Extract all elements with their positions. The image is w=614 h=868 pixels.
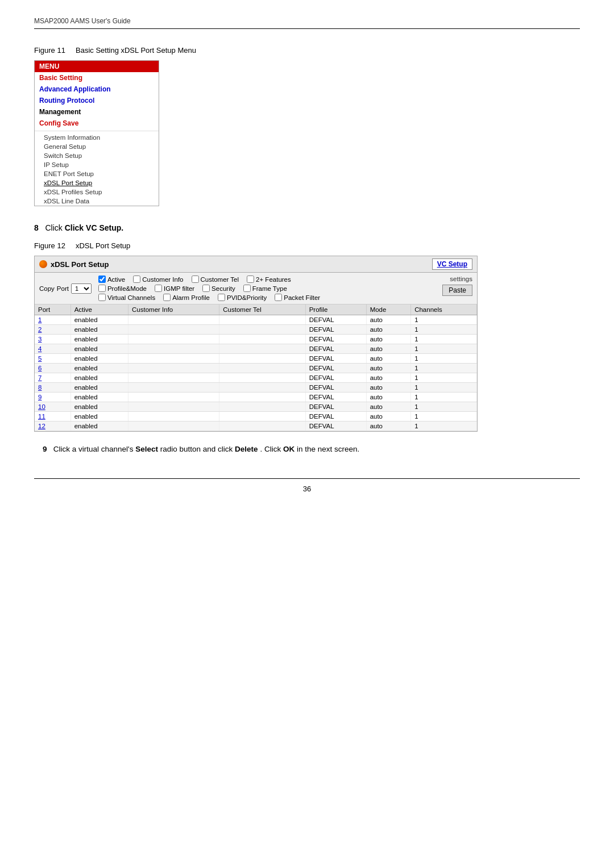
port-link[interactable]: 4 bbox=[38, 345, 42, 352]
cb-frame-type-label: Frame Type bbox=[252, 285, 287, 292]
menu-item-config-save[interactable]: Config Save bbox=[35, 118, 159, 129]
table-row: 6 enabled DEFVAL auto 1 bbox=[35, 364, 477, 373]
menu-sub-xdsl-port-setup[interactable]: xDSL Port Setup bbox=[35, 178, 159, 187]
cb-customer-info[interactable]: Customer Info bbox=[133, 276, 183, 283]
port-link[interactable]: 8 bbox=[38, 384, 42, 391]
cb-igmp-filter-input[interactable] bbox=[155, 285, 162, 292]
cb-security-input[interactable] bbox=[202, 285, 210, 292]
table-row: 5 enabled DEFVAL auto 1 bbox=[35, 354, 477, 364]
cell-port[interactable]: 10 bbox=[35, 402, 70, 412]
port-link[interactable]: 7 bbox=[38, 374, 42, 381]
xdsl-ball-icon bbox=[39, 260, 47, 268]
cb-profile-mode[interactable]: Profile&Mode bbox=[98, 285, 147, 292]
port-link[interactable]: 6 bbox=[38, 365, 42, 372]
cb-security[interactable]: Security bbox=[202, 285, 235, 292]
cell-active: enabled bbox=[70, 402, 128, 412]
cell-customer-info bbox=[128, 393, 219, 402]
paste-button[interactable]: Paste bbox=[442, 285, 472, 296]
menu-item-management[interactable]: Management bbox=[35, 106, 159, 118]
cell-mode: auto bbox=[366, 325, 411, 335]
port-link[interactable]: 5 bbox=[38, 355, 42, 362]
header-title: MSAP2000 AAMS User's Guide bbox=[34, 17, 131, 25]
menu-item-routing-protocol[interactable]: Routing Protocol bbox=[35, 95, 159, 106]
cb-frame-type[interactable]: Frame Type bbox=[243, 285, 287, 292]
figure11-label: Figure 11 Basic Setting xDSL Port Setup … bbox=[34, 46, 580, 55]
cb-row3: Virtual Channels Alarm Profile PVID&Prio… bbox=[98, 294, 438, 301]
cell-port[interactable]: 12 bbox=[35, 422, 70, 431]
cell-channels: 1 bbox=[411, 393, 477, 402]
menu-divider bbox=[35, 131, 159, 131]
port-link[interactable]: 9 bbox=[38, 394, 42, 400]
cell-port[interactable]: 9 bbox=[35, 393, 70, 402]
menu-sub-xdsl-line-data[interactable]: xDSL Line Data bbox=[35, 197, 159, 206]
cb-packet-filter-input[interactable] bbox=[275, 294, 282, 301]
cell-port[interactable]: 8 bbox=[35, 383, 70, 393]
cell-channels: 1 bbox=[411, 402, 477, 412]
cell-port[interactable]: 5 bbox=[35, 354, 70, 364]
cb-alarm-profile[interactable]: Alarm Profile bbox=[163, 294, 210, 301]
cell-channels: 1 bbox=[411, 383, 477, 393]
cell-customer-info bbox=[128, 402, 219, 412]
port-link[interactable]: 2 bbox=[38, 326, 42, 333]
cell-mode: auto bbox=[366, 402, 411, 412]
cell-mode: auto bbox=[366, 364, 411, 373]
cb-virtual-channels-input[interactable] bbox=[98, 294, 106, 301]
settings-paste-area: settings Paste bbox=[442, 276, 472, 301]
cell-port[interactable]: 11 bbox=[35, 412, 70, 422]
menu-sub-xdsl-profiles-setup[interactable]: xDSL Profiles Setup bbox=[35, 187, 159, 197]
table-row: 8 enabled DEFVAL auto 1 bbox=[35, 383, 477, 393]
cell-customer-tel bbox=[219, 422, 305, 431]
cb-frame-type-input[interactable] bbox=[243, 285, 251, 292]
cb-active-input[interactable] bbox=[98, 276, 106, 283]
port-link[interactable]: 11 bbox=[38, 413, 45, 420]
cell-customer-tel bbox=[219, 315, 305, 325]
cb-alarm-profile-input[interactable] bbox=[163, 294, 171, 301]
menu-sub-ip-setup[interactable]: IP Setup bbox=[35, 160, 159, 169]
cb-virtual-channels[interactable]: Virtual Channels bbox=[98, 294, 155, 301]
cell-active: enabled bbox=[70, 393, 128, 402]
cell-port[interactable]: 6 bbox=[35, 364, 70, 373]
vc-setup-button[interactable]: VC Setup bbox=[432, 258, 472, 270]
cell-active: enabled bbox=[70, 373, 128, 383]
cell-mode: auto bbox=[366, 393, 411, 402]
cb-customer-tel[interactable]: Customer Tel bbox=[192, 276, 239, 283]
copy-label: Copy bbox=[39, 285, 55, 292]
port-select[interactable]: 1 2 bbox=[71, 283, 92, 294]
menu-item-basic-setting[interactable]: Basic Setting bbox=[35, 72, 159, 84]
cell-port[interactable]: 1 bbox=[35, 315, 70, 325]
cb-profile-mode-input[interactable] bbox=[98, 285, 106, 292]
table-row: 2 enabled DEFVAL auto 1 bbox=[35, 325, 477, 335]
cell-port[interactable]: 7 bbox=[35, 373, 70, 383]
cb-2plus-features[interactable]: 2+ Features bbox=[247, 276, 291, 283]
cell-customer-info bbox=[128, 354, 219, 364]
cb-igmp-filter[interactable]: IGMP filter bbox=[155, 285, 194, 292]
port-link[interactable]: 12 bbox=[38, 423, 45, 429]
cb-customer-info-input[interactable] bbox=[133, 276, 140, 283]
cell-port[interactable]: 2 bbox=[35, 325, 70, 335]
cell-port[interactable]: 3 bbox=[35, 335, 70, 344]
footer-line bbox=[34, 478, 580, 479]
port-link[interactable]: 3 bbox=[38, 336, 42, 343]
port-link[interactable]: 1 bbox=[38, 316, 42, 323]
cb-2plus-features-input[interactable] bbox=[247, 276, 254, 283]
menu-sub-enet-port-setup[interactable]: ENET Port Setup bbox=[35, 169, 159, 178]
page-number: 36 bbox=[34, 485, 580, 493]
cb-packet-filter[interactable]: Packet Filter bbox=[275, 294, 320, 301]
cell-active: enabled bbox=[70, 325, 128, 335]
cb-active[interactable]: Active bbox=[98, 276, 125, 283]
menu-sub-system-info[interactable]: System Information bbox=[35, 133, 159, 142]
cell-customer-info bbox=[128, 325, 219, 335]
menu-sub-switch-setup[interactable]: Switch Setup bbox=[35, 151, 159, 160]
menu-sub-general-setup[interactable]: General Setup bbox=[35, 142, 159, 151]
cell-port[interactable]: 4 bbox=[35, 344, 70, 354]
xdsl-table: Port Active Customer Info Customer Tel P… bbox=[35, 304, 477, 431]
cb-alarm-profile-label: Alarm Profile bbox=[172, 294, 210, 301]
cb-customer-info-label: Customer Info bbox=[142, 276, 183, 283]
table-row: 9 enabled DEFVAL auto 1 bbox=[35, 393, 477, 402]
cb-pvid-priority-input[interactable] bbox=[218, 294, 225, 301]
cb-customer-tel-input[interactable] bbox=[192, 276, 199, 283]
cb-pvid-priority[interactable]: PVID&Priority bbox=[218, 294, 267, 301]
port-link[interactable]: 10 bbox=[38, 403, 45, 410]
menu-item-advanced-application[interactable]: Advanced Application bbox=[35, 84, 159, 95]
cell-customer-tel bbox=[219, 344, 305, 354]
